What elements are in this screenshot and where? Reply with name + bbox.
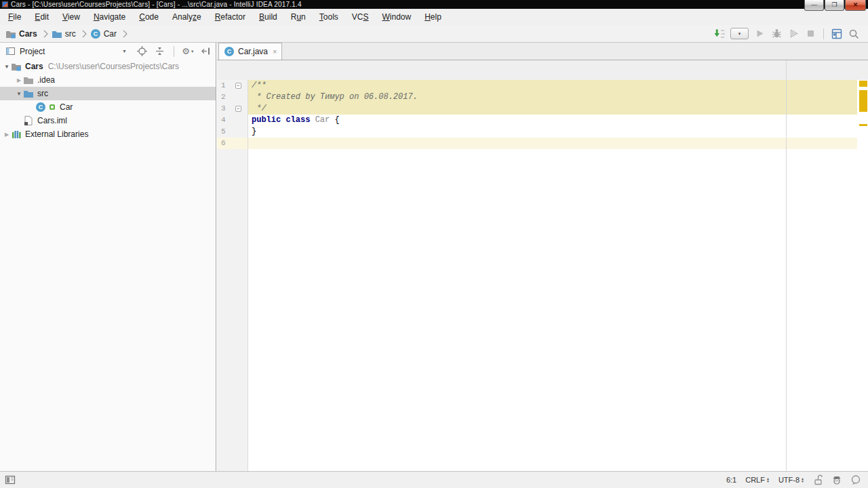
crumb-src[interactable]: src [52,28,90,39]
locate-icon[interactable] [136,45,148,57]
status-widgets: 6:1 CRLF ▲▼ UTF-8 ▲▼ [726,474,868,485]
search-icon[interactable] [848,28,860,40]
vcs-update-icon[interactable]: 011001 [713,28,726,40]
menu-refactor[interactable]: Refactor [208,10,252,24]
settings-gear-icon[interactable]: ⚙▼ [182,45,194,57]
gutter: 2 [217,92,248,103]
collapse-arrow-icon[interactable]: ▼ [3,64,11,70]
close-button[interactable]: ✕ [845,0,866,11]
code-line-6[interactable]: 6 [217,138,868,149]
code-text[interactable] [248,149,857,471]
project-view-selector[interactable]: Project ▼ [5,45,127,57]
tree-item-cars[interactable]: ▼CarsC:\Users\user\CoursesProjects\Cars [0,60,216,73]
restore-button[interactable]: ❐ [825,0,844,11]
fold-marker-icon[interactable]: − [235,83,241,89]
editor-top-band [217,60,868,80]
project-structure-icon[interactable] [831,28,843,40]
tree-item-label: Car [60,102,73,112]
hector-inspections-icon[interactable] [831,474,842,485]
menu-code[interactable]: Code [132,10,165,24]
code-text[interactable]: } [248,126,857,138]
code-text[interactable]: /** [248,80,857,92]
code-line-5[interactable]: 5} [217,126,868,138]
warning-stripe-mark[interactable] [859,124,867,126]
menu-window[interactable]: Window [375,10,418,24]
line-number[interactable]: 5 [217,126,235,138]
crumb-cars[interactable]: Cars [5,28,52,39]
code-text[interactable]: */ [248,103,857,115]
editor-empty-space[interactable] [217,149,868,471]
crumb-car[interactable]: CCar [90,28,131,39]
line-number[interactable]: 3 [217,103,235,115]
tree-item-car[interactable]: CCar [0,100,216,114]
run-config-dropdown[interactable]: ▼ [730,28,749,39]
hide-panel-icon[interactable] [200,45,212,57]
tree-item--idea[interactable]: ▶.idea [0,73,216,87]
source-folder-icon [23,88,34,99]
notification-bubble-icon[interactable] [850,474,861,485]
fold-marker-icon[interactable]: − [235,106,241,112]
debug-icon[interactable] [770,28,783,40]
tab-car-java[interactable]: CCar.java× [218,43,282,60]
tree-item-src[interactable]: ▼src [0,87,216,100]
menu-file[interactable]: File [1,10,28,24]
chevron-right-icon [123,30,127,38]
collapse-all-icon[interactable] [154,45,165,57]
toolbar-separator [823,28,824,39]
line-number[interactable]: 1 [217,80,235,92]
libraries-icon [11,129,22,140]
menu-edit[interactable]: Edit [28,10,56,24]
expand-arrow-icon[interactable]: ▶ [3,131,11,138]
code-text[interactable] [248,138,857,149]
expand-arrow-icon[interactable]: ▶ [15,77,23,83]
line-ending-selector[interactable]: CRLF ▲▼ [745,476,770,484]
code-line-1[interactable]: 1−/** [217,80,868,92]
code-line-4[interactable]: 4public class Car { [217,115,868,126]
menu-tools[interactable]: Tools [313,10,345,24]
coverage-icon[interactable] [787,28,800,40]
code-text[interactable]: public class Car { [248,115,857,126]
code-text[interactable]: * Created by Тимур on 06.08.2017. [248,92,857,103]
crumb-label: Cars [19,29,37,39]
editor-area[interactable]: CCar.java× 1−/**2 * Created by Тимур on … [217,43,868,471]
menu-vcs[interactable]: VCS [345,10,376,24]
menu-analyze[interactable]: Analyze [165,10,208,24]
window-controls: — ❐ ✕ [804,0,866,11]
stop-icon[interactable] [804,28,816,40]
error-stripe-column [857,138,868,149]
class-icon: C [90,28,101,39]
menu-run[interactable]: Run [284,10,313,24]
lock-open-icon[interactable] [813,474,823,485]
panel-title: Project [20,47,45,56]
code-line-3[interactable]: 3− */ [217,103,868,115]
project-tree: ▼CarsC:\Users\user\CoursesProjects\Cars▶… [0,60,216,141]
menu-navigate[interactable]: Navigate [87,10,132,24]
caret-position-widget[interactable]: 6:1 [726,476,736,484]
line-number[interactable]: 2 [217,92,235,103]
close-tab-icon[interactable]: × [273,47,277,56]
toolwindow-toggle-icon[interactable] [5,474,16,485]
menu-view[interactable]: View [56,10,87,24]
collapse-arrow-icon[interactable]: ▼ [15,91,23,97]
fold-column [235,115,244,126]
window-titlebar: Cars - [C:\Users\user\CoursesProjects\Ca… [0,0,868,9]
warning-stripe-mark[interactable] [859,81,867,87]
encoding-selector[interactable]: UTF-8 ▲▼ [778,476,804,484]
menu-help[interactable]: Help [418,10,448,24]
code-line-2[interactable]: 2 * Created by Тимур on 06.08.2017. [217,92,868,103]
tree-item-external-libraries[interactable]: ▶External Libraries [0,127,216,141]
chevron-down-icon[interactable]: ▼ [122,49,127,54]
window-title: Cars - [C:\Users\user\CoursesProjects\Ca… [11,1,302,8]
tree-item-cars-iml[interactable]: Cars.iml [0,114,216,127]
updown-icon: ▲▼ [766,477,770,483]
line-number[interactable]: 4 [217,115,235,126]
menu-build[interactable]: Build [252,10,284,24]
updown-icon: ▲▼ [801,477,804,483]
warning-stripe-mark[interactable] [859,90,867,112]
line-number[interactable]: 6 [217,138,235,149]
run-icon[interactable] [753,28,766,40]
green-marker-icon [49,104,56,110]
project-panel-header: Project ▼ ⚙▼ [0,43,216,60]
minimize-button[interactable]: — [804,0,824,11]
crumb-label: Car [104,29,117,39]
